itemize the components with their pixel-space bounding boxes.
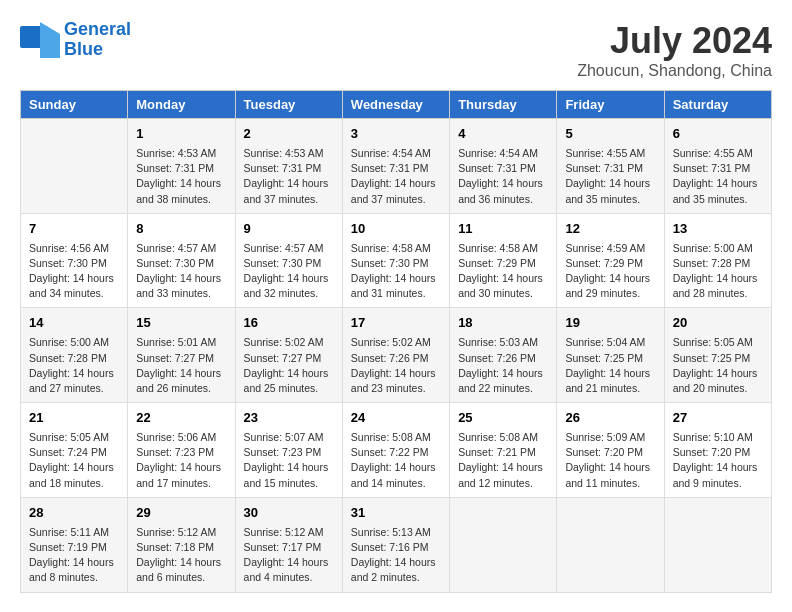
- cell-info: and 29 minutes.: [565, 286, 655, 301]
- calendar-cell: 27Sunrise: 5:10 AMSunset: 7:20 PMDayligh…: [664, 403, 771, 498]
- cell-info: Sunrise: 5:13 AM: [351, 525, 441, 540]
- cell-info: and 33 minutes.: [136, 286, 226, 301]
- calendar-cell: 9Sunrise: 4:57 AMSunset: 7:30 PMDaylight…: [235, 213, 342, 308]
- cell-info: Sunset: 7:22 PM: [351, 445, 441, 460]
- cell-info: and 17 minutes.: [136, 476, 226, 491]
- cell-info: Sunset: 7:28 PM: [29, 351, 119, 366]
- calendar-cell: 25Sunrise: 5:08 AMSunset: 7:21 PMDayligh…: [450, 403, 557, 498]
- day-number: 9: [244, 220, 334, 239]
- cell-info: Daylight: 14 hours: [136, 271, 226, 286]
- cell-info: Daylight: 14 hours: [351, 555, 441, 570]
- cell-info: and 25 minutes.: [244, 381, 334, 396]
- cell-info: Sunset: 7:18 PM: [136, 540, 226, 555]
- cell-info: and 37 minutes.: [244, 192, 334, 207]
- day-number: 5: [565, 125, 655, 144]
- cell-info: Sunset: 7:27 PM: [244, 351, 334, 366]
- cell-info: Sunset: 7:21 PM: [458, 445, 548, 460]
- calendar-cell: 6Sunrise: 4:55 AMSunset: 7:31 PMDaylight…: [664, 119, 771, 214]
- svg-marker-1: [40, 22, 60, 58]
- logo-text-general: General: [64, 20, 131, 40]
- cell-info: Daylight: 14 hours: [565, 366, 655, 381]
- day-header-sunday: Sunday: [21, 91, 128, 119]
- cell-info: Daylight: 14 hours: [673, 366, 763, 381]
- cell-info: Sunrise: 5:03 AM: [458, 335, 548, 350]
- calendar-cell: 26Sunrise: 5:09 AMSunset: 7:20 PMDayligh…: [557, 403, 664, 498]
- logo-graphic: [20, 22, 60, 58]
- calendar-cell: 24Sunrise: 5:08 AMSunset: 7:22 PMDayligh…: [342, 403, 449, 498]
- cell-info: Sunset: 7:31 PM: [458, 161, 548, 176]
- cell-info: Sunset: 7:30 PM: [351, 256, 441, 271]
- cell-info: Daylight: 14 hours: [565, 460, 655, 475]
- cell-info: Daylight: 14 hours: [458, 176, 548, 191]
- calendar-cell: 29Sunrise: 5:12 AMSunset: 7:18 PMDayligh…: [128, 497, 235, 592]
- cell-info: Sunrise: 5:05 AM: [673, 335, 763, 350]
- cell-info: Sunset: 7:25 PM: [673, 351, 763, 366]
- cell-info: Daylight: 14 hours: [136, 555, 226, 570]
- cell-info: and 21 minutes.: [565, 381, 655, 396]
- location: Zhoucun, Shandong, China: [577, 62, 772, 80]
- cell-info: and 23 minutes.: [351, 381, 441, 396]
- cell-info: and 8 minutes.: [29, 570, 119, 585]
- cell-info: Daylight: 14 hours: [565, 271, 655, 286]
- day-number: 6: [673, 125, 763, 144]
- cell-info: Daylight: 14 hours: [244, 555, 334, 570]
- cell-info: and 4 minutes.: [244, 570, 334, 585]
- day-number: 18: [458, 314, 548, 333]
- cell-info: and 12 minutes.: [458, 476, 548, 491]
- week-row-3: 14Sunrise: 5:00 AMSunset: 7:28 PMDayligh…: [21, 308, 772, 403]
- logo: General Blue: [20, 20, 131, 60]
- day-header-saturday: Saturday: [664, 91, 771, 119]
- title-section: July 2024 Zhoucun, Shandong, China: [577, 20, 772, 80]
- cell-info: and 2 minutes.: [351, 570, 441, 585]
- calendar-cell: [450, 497, 557, 592]
- calendar-cell: 8Sunrise: 4:57 AMSunset: 7:30 PMDaylight…: [128, 213, 235, 308]
- day-header-tuesday: Tuesday: [235, 91, 342, 119]
- calendar-cell: 13Sunrise: 5:00 AMSunset: 7:28 PMDayligh…: [664, 213, 771, 308]
- cell-info: Sunset: 7:26 PM: [351, 351, 441, 366]
- cell-info: Daylight: 14 hours: [458, 366, 548, 381]
- cell-info: Sunrise: 4:55 AM: [565, 146, 655, 161]
- day-number: 29: [136, 504, 226, 523]
- calendar-cell: 10Sunrise: 4:58 AMSunset: 7:30 PMDayligh…: [342, 213, 449, 308]
- cell-info: Sunrise: 4:59 AM: [565, 241, 655, 256]
- cell-info: Sunrise: 5:08 AM: [351, 430, 441, 445]
- cell-info: Sunrise: 4:58 AM: [458, 241, 548, 256]
- day-number: 22: [136, 409, 226, 428]
- calendar-cell: 12Sunrise: 4:59 AMSunset: 7:29 PMDayligh…: [557, 213, 664, 308]
- cell-info: Sunrise: 4:54 AM: [351, 146, 441, 161]
- day-number: 31: [351, 504, 441, 523]
- cell-info: Sunset: 7:23 PM: [244, 445, 334, 460]
- cell-info: Sunrise: 5:12 AM: [136, 525, 226, 540]
- cell-info: and 14 minutes.: [351, 476, 441, 491]
- cell-info: and 22 minutes.: [458, 381, 548, 396]
- cell-info: and 15 minutes.: [244, 476, 334, 491]
- cell-info: and 31 minutes.: [351, 286, 441, 301]
- cell-info: Sunset: 7:31 PM: [565, 161, 655, 176]
- cell-info: Sunset: 7:20 PM: [565, 445, 655, 460]
- cell-info: Sunrise: 4:57 AM: [244, 241, 334, 256]
- day-number: 19: [565, 314, 655, 333]
- cell-info: Sunrise: 5:00 AM: [29, 335, 119, 350]
- day-number: 12: [565, 220, 655, 239]
- day-number: 28: [29, 504, 119, 523]
- cell-info: Daylight: 14 hours: [136, 176, 226, 191]
- day-header-thursday: Thursday: [450, 91, 557, 119]
- cell-info: and 34 minutes.: [29, 286, 119, 301]
- cell-info: Daylight: 14 hours: [136, 366, 226, 381]
- cell-info: Sunset: 7:30 PM: [136, 256, 226, 271]
- cell-info: Sunset: 7:27 PM: [136, 351, 226, 366]
- cell-info: and 38 minutes.: [136, 192, 226, 207]
- calendar-cell: 21Sunrise: 5:05 AMSunset: 7:24 PMDayligh…: [21, 403, 128, 498]
- calendar-cell: [557, 497, 664, 592]
- calendar-cell: 14Sunrise: 5:00 AMSunset: 7:28 PMDayligh…: [21, 308, 128, 403]
- calendar-cell: 17Sunrise: 5:02 AMSunset: 7:26 PMDayligh…: [342, 308, 449, 403]
- cell-info: Daylight: 14 hours: [244, 366, 334, 381]
- day-number: 25: [458, 409, 548, 428]
- cell-info: Sunset: 7:31 PM: [136, 161, 226, 176]
- day-number: 3: [351, 125, 441, 144]
- cell-info: Sunset: 7:29 PM: [458, 256, 548, 271]
- day-number: 4: [458, 125, 548, 144]
- day-number: 7: [29, 220, 119, 239]
- day-number: 8: [136, 220, 226, 239]
- cell-info: Sunrise: 4:57 AM: [136, 241, 226, 256]
